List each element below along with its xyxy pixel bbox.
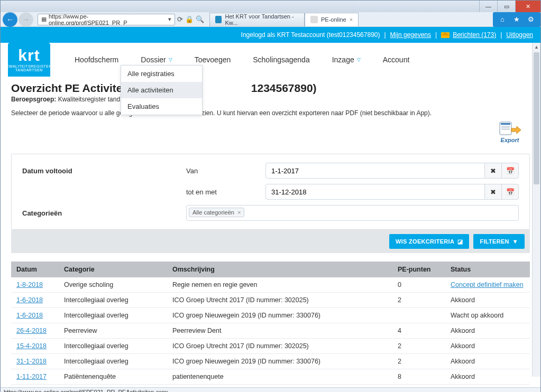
- row-points: 0: [392, 277, 445, 293]
- table-row: 31-1-2018Intercollegiaal overlegICO groe…: [11, 354, 530, 369]
- search-icon[interactable]: 🔍: [196, 15, 204, 23]
- row-category: Intercollegiaal overleg: [59, 293, 167, 308]
- table-row: 1-6-2018Intercollegiaal overlegICO groep…: [11, 308, 530, 323]
- row-points: 2: [392, 354, 445, 369]
- row-points: 2: [392, 293, 445, 308]
- chip-remove-icon[interactable]: ×: [237, 209, 241, 216]
- mijn-gegevens-link[interactable]: Mijn gegevens: [390, 31, 431, 39]
- refresh-icon[interactable]: ⟳: [177, 15, 183, 23]
- window-minimize[interactable]: —: [479, 1, 497, 12]
- browser-tab-peonline[interactable]: PE-online ×: [305, 13, 359, 26]
- row-status: Wacht op akkoord: [445, 308, 530, 323]
- th-categorie[interactable]: Categorie: [59, 262, 167, 277]
- calendar-tot-icon[interactable]: 📅: [502, 184, 519, 200]
- page-icon: ▦: [41, 16, 47, 23]
- row-description: visitatie KRT: [167, 385, 392, 388]
- categorieen-input[interactable]: Alle categorieën ×: [186, 205, 519, 221]
- browser-status-bar: https://www.pe-online.org/prof/SPE021_PR…: [1, 387, 540, 392]
- tot-date-input[interactable]: [265, 184, 485, 200]
- row-status: Concept definitief maken: [445, 277, 530, 293]
- nav-account[interactable]: Account: [380, 53, 413, 66]
- th-pe-punten[interactable]: PE-punten: [392, 262, 445, 277]
- row-description: Peerreview Dent: [167, 323, 392, 339]
- browser-tab-krt[interactable]: Het KRT voor Tandartsen - Kw...: [209, 13, 305, 26]
- close-tab-icon[interactable]: ×: [350, 16, 353, 23]
- th-status[interactable]: Status: [445, 262, 530, 277]
- clear-van-date[interactable]: ✖: [485, 163, 502, 179]
- row-category: Peerreview: [59, 323, 167, 339]
- row-date-link[interactable]: 26-4-2018: [16, 327, 47, 334]
- browser-forward[interactable]: →: [19, 12, 33, 27]
- dd-evaluaties[interactable]: Evaluaties: [121, 98, 202, 115]
- th-datum[interactable]: Datum: [11, 262, 59, 277]
- favorites-icon[interactable]: ★: [512, 15, 521, 24]
- lock-icon: 🔒: [185, 15, 194, 23]
- export-icon: [499, 121, 521, 137]
- row-status: Akkoord: [445, 339, 530, 354]
- window-close[interactable]: ✕: [515, 1, 540, 12]
- row-date-link[interactable]: 31-1-2018: [16, 358, 47, 365]
- row-date-link[interactable]: 1-8-2018: [16, 281, 43, 288]
- export-button[interactable]: Export: [495, 121, 525, 143]
- van-date-input[interactable]: [265, 163, 485, 179]
- page-description: Selecteer de periode waarvoor u alle ger…: [1, 109, 540, 121]
- nav-dossier[interactable]: Dossier▽: [137, 53, 175, 66]
- window-maximize[interactable]: ▭: [497, 1, 515, 12]
- address-url: https://www.pe-online.org/prof/SPE021_PR…: [49, 14, 166, 25]
- table-row: 26-4-2018PeerreviewPeerreview Dent4Akkoo…: [11, 323, 530, 339]
- url-dropdown-icon[interactable]: ▾: [168, 16, 171, 23]
- row-status: Akkoord: [445, 385, 530, 388]
- mail-icon: [441, 32, 450, 38]
- favicon-icon: [215, 16, 222, 23]
- row-status: Akkoord: [445, 369, 530, 385]
- home-icon[interactable]: ⌂: [498, 15, 507, 24]
- row-description: ICO Groep Utrecht 2017 (ID nummer: 30202…: [167, 339, 392, 354]
- tools-icon[interactable]: ⚙: [527, 15, 535, 24]
- table-row: 9-10-2017Visitatie (gevisiteerd worden)v…: [11, 385, 530, 388]
- filteren-button[interactable]: FILTEREN ▼: [473, 234, 525, 249]
- svg-rect-1: [501, 123, 510, 125]
- row-category: Overige scholing: [59, 277, 167, 293]
- row-date-link[interactable]: 15-4-2018: [16, 342, 47, 350]
- nav-toevoegen[interactable]: Toevoegen: [191, 53, 234, 66]
- tot-label: tot en met: [186, 188, 265, 196]
- table-row: 1-11-2017Patiëntenenquêtepatientenenquet…: [11, 369, 530, 385]
- dd-alle-activiteiten[interactable]: Alle activiteiten: [121, 82, 202, 98]
- filter-panel: Datum voltooid Van ✖ 📅 tot en met ✖ 📅 C: [11, 154, 530, 230]
- status-link[interactable]: Concept definitief maken: [451, 281, 524, 288]
- row-category: Intercollegiaal overleg: [59, 308, 167, 323]
- row-points: [392, 308, 445, 323]
- row-category: Intercollegiaal overleg: [59, 354, 167, 369]
- dd-alle-registraties[interactable]: Alle registraties: [121, 66, 202, 82]
- page-title: Overzicht PE Activiteiten K1234567890): [1, 77, 540, 96]
- categorieen-label: Categorieën: [22, 209, 186, 217]
- eraser-icon: ◪: [457, 238, 463, 245]
- uitloggen-link[interactable]: Uitloggen: [506, 31, 533, 39]
- nav-inzage[interactable]: Inzage▽: [329, 53, 364, 66]
- nav-hoofdscherm[interactable]: Hoofdscherm: [71, 53, 122, 66]
- nav-scholingsagenda[interactable]: Scholingsagenda: [250, 53, 313, 66]
- address-bar[interactable]: ▦ https://www.pe-online.org/prof/SPE021_…: [38, 14, 175, 25]
- wis-zoekcriteria-button[interactable]: WIS ZOEKCRITERIA ◪: [389, 234, 469, 249]
- row-description: ICO groep Nieuwegein 2019 (ID nummer: 33…: [167, 354, 392, 369]
- scroll-thumb[interactable]: [534, 52, 539, 184]
- row-points: 4: [392, 323, 445, 339]
- scroll-up-icon[interactable]: ▲: [533, 43, 540, 51]
- scrollbar[interactable]: ▲: [532, 43, 540, 377]
- row-date-link[interactable]: 1-11-2017: [16, 373, 47, 380]
- th-omschrijving[interactable]: Omschrijving: [167, 262, 392, 277]
- row-date-link[interactable]: 1-6-2018: [16, 312, 43, 319]
- row-status: Akkoord: [445, 354, 530, 369]
- row-category: Patiëntenenquête: [59, 369, 167, 385]
- datum-voltooid-label: Datum voltooid: [22, 167, 186, 175]
- logo-subtext: KWALITEITSREGISTER TANDARTSEN: [6, 64, 52, 72]
- clear-tot-date[interactable]: ✖: [485, 184, 502, 200]
- tab-label: Het KRT voor Tandartsen - Kw...: [225, 13, 299, 26]
- logo-text: krt: [18, 48, 40, 63]
- row-date-link[interactable]: 1-6-2018: [16, 296, 43, 304]
- berichten-link[interactable]: Berichten (173): [453, 31, 496, 39]
- activities-table: Datum Categorie Omschrijving PE-punten S…: [11, 262, 530, 387]
- krt-logo[interactable]: krt KWALITEITSREGISTER TANDARTSEN: [8, 43, 50, 77]
- calendar-van-icon[interactable]: 📅: [502, 163, 519, 179]
- browser-back[interactable]: ←: [3, 12, 17, 27]
